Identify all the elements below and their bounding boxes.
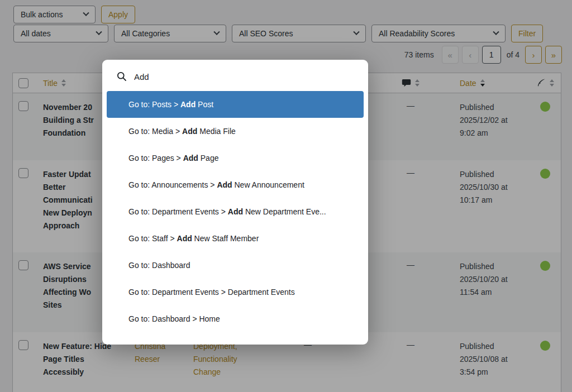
command-palette-modal: Go to: Posts > Add Post Go to: Media > A… [102,60,368,345]
search-result[interactable]: Go to: Announcements > Add New Announcem… [107,171,364,198]
search-row [102,60,368,88]
search-result[interactable]: Go to: Pages > Add Page [107,145,364,171]
search-result[interactable]: Go to: Staff > Add New Staff Member [107,225,364,252]
search-icon [117,71,127,82]
search-results-list: Go to: Posts > Add Post Go to: Media > A… [102,88,368,337]
search-result[interactable]: Go to: Department Events > Add New Depar… [107,198,364,225]
search-result[interactable]: Go to: Dashboard [107,252,364,279]
search-result-selected[interactable]: Go to: Posts > Add Post [107,91,364,118]
search-result[interactable]: Go to: Media > Add Media File [107,118,364,145]
search-input[interactable] [134,72,354,82]
search-result[interactable]: Go to: Dashboard > Home [107,305,364,332]
search-result[interactable]: Go to: Department Events > Department Ev… [107,279,364,305]
